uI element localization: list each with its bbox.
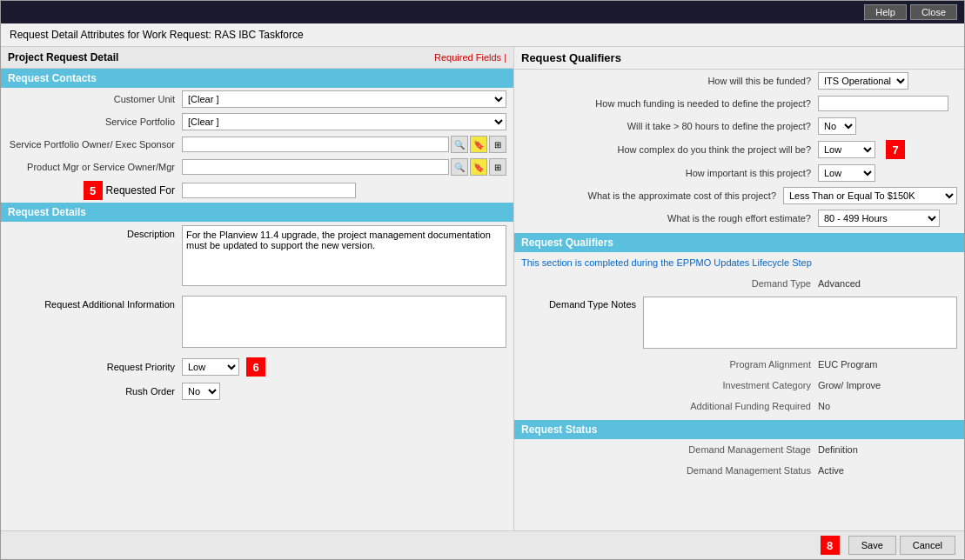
rush-order-row: Rush Order No Yes — [1, 380, 513, 403]
additional-funding-row: Additional Funding Required No — [514, 396, 964, 417]
additional-info-label: Request Additional Information — [8, 296, 182, 310]
sp-owner-label: Service Portfolio Owner/ Exec Sponsor — [8, 139, 182, 150]
sp-owner-input[interactable] — [182, 137, 449, 152]
rough-effort-select[interactable]: 80 - 499 Hours Less Than 80 Hours 500+ H… — [818, 210, 940, 227]
additional-info-textarea[interactable] — [182, 296, 506, 348]
customer-unit-select[interactable]: [Clear ] — [182, 90, 506, 108]
sp-owner-search-icon[interactable]: 🔍 — [451, 136, 468, 153]
demand-notes-textarea[interactable] — [643, 297, 957, 349]
approx-cost-row: What is the approximate cost of this pro… — [514, 184, 964, 207]
service-portfolio-control: [Clear ] — [182, 113, 506, 130]
details-section-header: Request Details — [1, 203, 513, 222]
importance-select[interactable]: Low Medium High — [818, 164, 875, 182]
description-textarea[interactable] — [182, 225, 506, 286]
product-mgr-grid-icon[interactable]: ⊞ — [489, 158, 506, 176]
demand-type-row: Demand Type Advanced — [514, 273, 964, 294]
qualifiers2-section-header: Request Qualifiers — [514, 233, 964, 252]
annotation-7: 7 — [886, 140, 905, 159]
demand-status-label: Demand Management Status — [521, 465, 818, 476]
importance-row: How important is this project? Low Mediu… — [514, 162, 964, 184]
details-form: Description Request Additional Informati… — [1, 222, 513, 403]
customer-unit-control: [Clear ] — [182, 90, 506, 108]
over-80-label: Will it take > 80 hours to define the pr… — [521, 121, 818, 131]
funding-amount-label: How much funding is needed to define the… — [521, 98, 818, 109]
investment-category-value: Grow/ Improve — [818, 380, 957, 390]
demand-notes-row: Demand Type Notes — [514, 294, 964, 354]
product-mgr-row: Product Mgr or Service Owner/Mgr 🔍 🔖 ⊞ — [1, 156, 513, 178]
qualifiers-title: Request Qualifiers — [514, 47, 964, 70]
status-section-header: Request Status — [514, 420, 964, 439]
sp-owner-row: Service Portfolio Owner/ Exec Sponsor 🔍 … — [1, 133, 513, 156]
investment-category-label: Investment Category — [521, 380, 818, 390]
importance-label: How important is this project? — [521, 168, 818, 178]
funded-label: How will this be funded? — [521, 76, 818, 86]
description-label: Description — [8, 225, 182, 239]
product-mgr-bookmark-icon[interactable]: 🔖 — [470, 158, 487, 176]
rough-effort-row: What is the rough effort estimate? 80 - … — [514, 207, 964, 230]
funding-amount-row: How much funding is needed to define the… — [514, 92, 964, 115]
complexity-label: How complex do you think the project wil… — [521, 144, 818, 155]
left-sections: Request Contacts Customer Unit [Clear ] — [1, 69, 513, 530]
window-header: Request Detail Attributes for Work Reque… — [1, 23, 964, 47]
demand-type-value: Advanced — [818, 278, 957, 289]
approx-cost-select[interactable]: Less Than or Equal To $150K More Than $1… — [783, 187, 957, 204]
annotation-5: 5 — [84, 181, 103, 200]
main-window: Help Close Request Detail Attributes for… — [0, 0, 965, 560]
priority-row: Request Priority Low Medium High 6 — [1, 354, 513, 380]
investment-category-row: Investment Category Grow/ Improve — [514, 375, 964, 396]
left-panel: Project Request Detail Required Fields |… — [1, 47, 514, 530]
complexity-row: How complex do you think the project wil… — [514, 137, 964, 162]
product-mgr-input[interactable] — [182, 159, 449, 175]
funded-row: How will this be funded? ITS Operational… — [514, 70, 964, 92]
required-fields-label: Required Fields | — [434, 52, 506, 63]
complexity-select[interactable]: Low Medium High — [818, 141, 875, 158]
annotation-6: 6 — [246, 357, 265, 377]
sp-owner-control: 🔍 🔖 ⊞ — [182, 136, 506, 153]
annotation-8: 8 — [821, 536, 840, 555]
sp-owner-grid-icon[interactable]: ⊞ — [489, 136, 506, 153]
rush-order-select[interactable]: No Yes — [182, 383, 220, 400]
service-portfolio-select[interactable]: [Clear ] — [182, 113, 506, 130]
customer-unit-row: Customer Unit [Clear ] — [1, 88, 513, 110]
funding-amount-input[interactable]: 1500 — [818, 96, 948, 111]
main-content: Project Request Detail Required Fields |… — [1, 47, 964, 530]
requested-for-row: 5 Requested For — [1, 178, 513, 203]
panel-title: Project Request Detail — [8, 51, 118, 63]
requested-for-input[interactable] — [182, 183, 356, 198]
demand-status-row: Demand Management Status Active — [514, 460, 964, 481]
requested-for-label: Requested For — [106, 184, 175, 197]
panel-header: Project Request Detail Required Fields | — [1, 47, 513, 69]
window-title: Request Detail Attributes for Work Reque… — [10, 29, 304, 41]
approx-cost-label: What is the approximate cost of this pro… — [521, 190, 783, 201]
sp-owner-bookmark-icon[interactable]: 🔖 — [470, 136, 487, 153]
over-80-row: Will it take > 80 hours to define the pr… — [514, 115, 964, 137]
requested-for-control — [182, 183, 506, 198]
customer-unit-label: Customer Unit — [8, 94, 182, 104]
additional-info-row: Request Additional Information — [1, 292, 513, 354]
demand-stage-value: Definition — [818, 444, 957, 455]
help-button[interactable]: Help — [864, 4, 907, 20]
product-mgr-label: Product Mgr or Service Owner/Mgr — [8, 162, 182, 172]
rush-order-label: Rush Order — [8, 386, 182, 397]
rough-effort-label: What is the rough effort estimate? — [521, 213, 818, 223]
priority-select[interactable]: Low Medium High — [182, 358, 239, 376]
description-row: Description — [1, 222, 513, 292]
additional-funding-value: No — [818, 401, 957, 411]
demand-status-value: Active — [818, 465, 957, 476]
funded-select[interactable]: ITS Operational Other — [818, 72, 908, 90]
close-button[interactable]: Close — [910, 4, 957, 20]
program-alignment-value: EUC Program — [818, 359, 957, 370]
product-mgr-search-icon[interactable]: 🔍 — [451, 158, 468, 176]
program-alignment-row: Program Alignment EUC Program — [514, 354, 964, 375]
demand-stage-row: Demand Management Stage Definition — [514, 439, 964, 460]
priority-label: Request Priority — [8, 362, 182, 372]
right-panel: Request Qualifiers How will this be fund… — [514, 47, 964, 530]
save-button[interactable]: Save — [848, 536, 896, 555]
cancel-button[interactable]: Cancel — [900, 536, 955, 555]
program-alignment-label: Program Alignment — [521, 359, 818, 370]
additional-funding-label: Additional Funding Required — [521, 401, 818, 411]
bottom-bar: 8 Save Cancel — [1, 530, 964, 559]
contacts-section-header: Request Contacts — [1, 69, 513, 88]
demand-stage-label: Demand Management Stage — [521, 444, 818, 455]
over-80-select[interactable]: No Yes — [818, 117, 856, 135]
